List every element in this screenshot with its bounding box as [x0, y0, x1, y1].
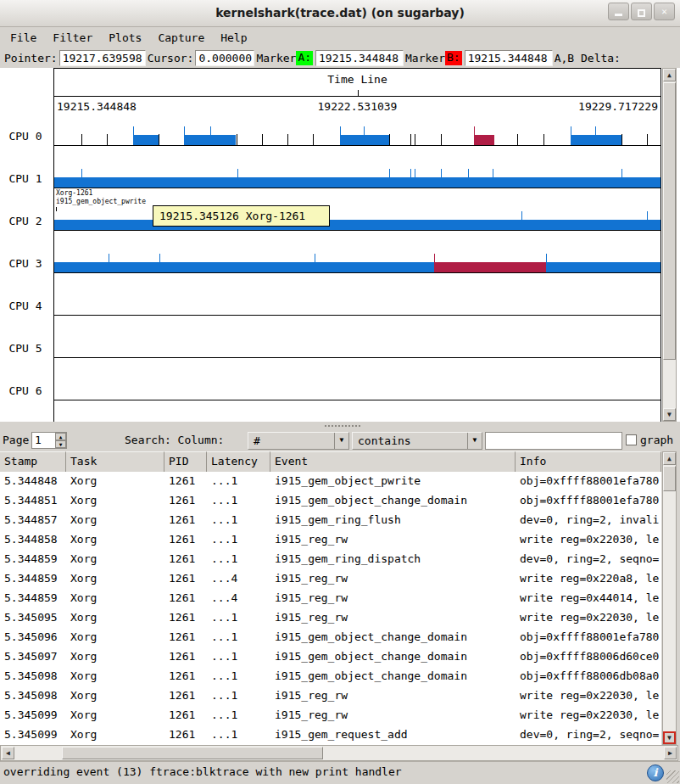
event-tick[interactable]: [237, 169, 238, 188]
menu-item-filter[interactable]: Filter: [53, 31, 92, 44]
page-spinbox[interactable]: 1 ▲ ▼: [31, 432, 67, 449]
event-tick[interactable]: [595, 126, 596, 145]
event-tick[interactable]: [389, 169, 390, 188]
table-row[interactable]: 5.345097Xorg1261...1i915_gem_object_chan…: [0, 647, 661, 667]
event-tick[interactable]: [415, 169, 415, 188]
event-tick[interactable]: [441, 169, 442, 188]
table-scroll-thumb[interactable]: [663, 466, 676, 491]
menu-item-help[interactable]: Help: [220, 31, 247, 44]
event-tick[interactable]: [81, 169, 82, 188]
resize-grip-icon[interactable]: [666, 770, 679, 783]
minimize-button[interactable]: [608, 3, 629, 20]
event-segment[interactable]: [474, 135, 494, 145]
event-tick[interactable]: [237, 134, 237, 145]
menu-item-capture[interactable]: Capture: [158, 31, 204, 44]
graph-scroll-down-button[interactable]: ▼: [663, 408, 676, 421]
filter-input[interactable]: [485, 432, 622, 450]
table-row[interactable]: 5.345095Xorg1261...1i915_reg_rwwrite reg…: [0, 608, 661, 628]
event-tick[interactable]: [159, 134, 159, 145]
table-row[interactable]: 5.345098Xorg1261...1i915_reg_rwwrite reg…: [0, 686, 661, 706]
event-tick[interactable]: [133, 126, 134, 145]
event-tick[interactable]: [415, 134, 415, 145]
event-segment[interactable]: [54, 262, 434, 272]
column-select[interactable]: # ▼: [248, 432, 349, 450]
column-header-stamp[interactable]: Stamp: [0, 451, 66, 472]
cpu-row-1[interactable]: [54, 159, 660, 188]
event-segment[interactable]: [571, 135, 621, 145]
event-tick[interactable]: [571, 126, 571, 145]
event-tick[interactable]: [521, 211, 522, 230]
event-segment[interactable]: [434, 262, 546, 272]
event-tick[interactable]: [621, 169, 622, 188]
table-row[interactable]: 5.345098Xorg1261...1i915_gem_object_chan…: [0, 667, 661, 686]
table-row[interactable]: 5.344859Xorg1261...1i915_gem_ring_dispat…: [0, 550, 661, 569]
column-header-latency[interactable]: Latency: [207, 451, 270, 472]
event-tick[interactable]: [621, 134, 622, 145]
table-row[interactable]: 5.344858Xorg1261...1i915_reg_rwwrite reg…: [0, 530, 661, 550]
table-scroll-left-button[interactable]: ◀: [2, 747, 14, 759]
event-tick[interactable]: [315, 254, 315, 272]
event-tick[interactable]: [434, 254, 435, 272]
event-tick[interactable]: [647, 211, 648, 230]
event-tick[interactable]: [364, 126, 365, 145]
cpu-row-6[interactable]: [54, 371, 660, 400]
graph-scroll-up-button[interactable]: ▲: [663, 69, 676, 81]
cpu-row-4[interactable]: [54, 286, 660, 316]
event-segment[interactable]: [546, 262, 660, 272]
table-hscroll-thumb[interactable]: [62, 747, 323, 759]
table-row[interactable]: 5.344859Xorg1261...4i915_reg_rwwrite reg…: [0, 589, 661, 608]
table-hscrollbar[interactable]: ◀ ▶: [0, 745, 678, 761]
event-tick[interactable]: [210, 126, 211, 145]
table-scroll-right-button[interactable]: ▶: [664, 747, 677, 759]
table-scroll-up-button[interactable]: ▲: [663, 452, 676, 465]
event-tick[interactable]: [410, 169, 411, 188]
table-row[interactable]: 5.344859Xorg1261...4i915_reg_rwwrite reg…: [0, 569, 661, 589]
graph-follows-checkbox[interactable]: [626, 434, 637, 445]
page-spin-down-icon[interactable]: ▼: [55, 440, 66, 448]
event-tick[interactable]: [287, 134, 288, 145]
event-tick[interactable]: [647, 134, 648, 145]
menu-item-plots[interactable]: Plots: [109, 31, 142, 44]
event-tick[interactable]: [184, 126, 185, 145]
table-row[interactable]: 5.344851Xorg1261...1i915_gem_object_chan…: [0, 491, 661, 511]
graph-vscrollbar[interactable]: ▲ ▼: [662, 68, 677, 422]
graph-scroll-thumb[interactable]: [663, 82, 676, 360]
event-tick[interactable]: [313, 134, 314, 145]
close-button[interactable]: ✕: [654, 3, 675, 20]
column-header-event[interactable]: Event: [270, 451, 516, 472]
event-tick[interactable]: [441, 134, 442, 145]
event-segment[interactable]: [54, 177, 660, 188]
event-tick[interactable]: [468, 169, 469, 188]
event-tick[interactable]: [493, 169, 493, 188]
table-row[interactable]: 5.345096Xorg1261...1i915_gem_object_chan…: [0, 628, 661, 647]
event-segment[interactable]: [54, 220, 660, 230]
info-icon[interactable]: i: [647, 764, 664, 781]
event-tick[interactable]: [159, 254, 160, 272]
menu-item-file[interactable]: File: [10, 31, 36, 44]
event-tick[interactable]: [410, 134, 411, 145]
table-vscrollbar[interactable]: ▲ ▼: [662, 451, 677, 745]
column-header-task[interactable]: Task: [66, 451, 164, 472]
cpu-row-5[interactable]: [54, 328, 660, 358]
maximize-button[interactable]: [631, 3, 652, 20]
cpu-row-3[interactable]: [54, 244, 660, 273]
event-segment[interactable]: [133, 135, 159, 145]
event-tick[interactable]: [389, 134, 390, 145]
table-scroll-down-button[interactable]: ▼: [663, 731, 676, 744]
event-tick[interactable]: [262, 134, 263, 145]
table-row[interactable]: 5.344857Xorg1261...1i915_gem_ring_flushd…: [0, 511, 661, 530]
event-tick[interactable]: [107, 134, 108, 145]
table-row[interactable]: 5.344848Xorg1261...1i915_gem_object_pwri…: [0, 472, 661, 491]
column-header-pid[interactable]: PID: [164, 451, 207, 472]
page-spin-up-icon[interactable]: ▲: [55, 433, 66, 440]
pane-splitter[interactable]: [0, 422, 680, 430]
event-tick[interactable]: [474, 126, 475, 145]
cpu-row-0[interactable]: [54, 116, 660, 146]
operator-select[interactable]: contains ▼: [352, 432, 482, 450]
event-tick[interactable]: [109, 254, 109, 272]
table-row[interactable]: 5.345099Xorg1261...1i915_gem_request_add…: [0, 725, 661, 745]
timeline-plot[interactable]: Time Line 19215.344848 19222.531039 1922…: [53, 68, 661, 422]
event-tick[interactable]: [340, 126, 341, 145]
event-tick[interactable]: [81, 134, 82, 145]
event-tick[interactable]: [517, 134, 518, 145]
